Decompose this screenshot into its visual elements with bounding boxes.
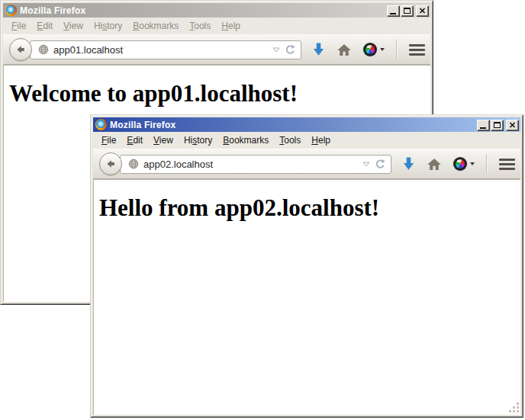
menu-item-label: elp bbox=[318, 135, 330, 146]
globe-icon bbox=[38, 44, 49, 55]
toolbar-separator bbox=[396, 40, 398, 59]
menu-item-help[interactable]: Help bbox=[306, 133, 336, 148]
maximize-icon bbox=[404, 8, 411, 14]
minimize-icon bbox=[480, 127, 486, 129]
menu-item-label: ookmarks bbox=[139, 21, 179, 31]
menu-item-label: H bbox=[221, 21, 228, 31]
back-button[interactable] bbox=[9, 38, 32, 61]
menu-item-label: Hi bbox=[184, 135, 192, 146]
menu-item-label: V bbox=[63, 21, 69, 31]
toolbar-icons bbox=[402, 154, 515, 174]
menu-item-label: iew bbox=[69, 21, 83, 31]
menu-item-bookmarks[interactable]: Bookmarks bbox=[127, 18, 184, 34]
caption-buttons bbox=[477, 120, 518, 130]
home-button[interactable] bbox=[427, 158, 442, 171]
maximize-button[interactable] bbox=[491, 120, 503, 130]
firefox-logo-icon bbox=[95, 119, 107, 130]
menu-caret-icon bbox=[380, 48, 385, 51]
url-bar[interactable]: app02.localhost bbox=[120, 155, 391, 174]
page-heading: Welcome to app01.localhost! bbox=[3, 80, 430, 107]
firefox-window-app02[interactable]: Mozilla Firefox FileEditViewHistoryBookm… bbox=[90, 114, 523, 418]
home-button[interactable] bbox=[337, 43, 352, 56]
menu-item-label: ools bbox=[194, 21, 211, 31]
minimize-button[interactable] bbox=[477, 120, 489, 130]
menu-item-edit[interactable]: Edit bbox=[121, 133, 148, 148]
url-bar[interactable]: app01.localhost bbox=[30, 40, 301, 59]
download-button[interactable] bbox=[402, 157, 415, 171]
menu-item-label: ile bbox=[17, 21, 26, 31]
page-heading: Hello from app02.localhost! bbox=[93, 194, 520, 222]
reload-icon[interactable] bbox=[285, 44, 296, 56]
menu-caret-icon bbox=[470, 162, 475, 165]
hamburger-menu-button[interactable] bbox=[409, 44, 425, 56]
home-icon bbox=[427, 158, 442, 171]
menu-item-history[interactable]: History bbox=[89, 18, 127, 34]
menu-item-label: iew bbox=[159, 135, 173, 146]
navigation-toolbar: app01.localhost bbox=[3, 34, 430, 65]
menu-item-label: tory bbox=[107, 21, 122, 31]
minimize-button[interactable] bbox=[387, 5, 399, 16]
menu-item-label: tory bbox=[197, 135, 212, 146]
page-content-app02: Hello from app02.localhost! bbox=[93, 179, 520, 415]
menu-item-view[interactable]: View bbox=[58, 18, 89, 34]
close-icon bbox=[509, 122, 516, 128]
menu-item-label: H bbox=[311, 135, 318, 146]
titlebar[interactable]: Mozilla Firefox bbox=[3, 3, 430, 18]
hamburger-icon bbox=[409, 44, 425, 46]
download-icon bbox=[312, 43, 325, 56]
caption-buttons bbox=[387, 5, 428, 16]
toolbar-icons bbox=[312, 40, 425, 59]
resize-grip[interactable] bbox=[508, 402, 519, 413]
window-title: Mozilla Firefox bbox=[20, 5, 384, 16]
menu-item-label: V bbox=[153, 135, 159, 146]
close-button[interactable] bbox=[506, 120, 518, 130]
firefox-logo-icon bbox=[5, 5, 17, 16]
lens-icon bbox=[453, 157, 467, 171]
url-text[interactable]: app01.localhost bbox=[53, 44, 268, 56]
menu-item-label: Hi bbox=[94, 21, 102, 31]
urlbar-dropdown-icon[interactable] bbox=[272, 47, 280, 53]
reload-icon[interactable] bbox=[375, 159, 386, 170]
download-icon bbox=[402, 157, 415, 171]
urlbar-dropdown-icon[interactable] bbox=[362, 162, 370, 167]
menu-item-label: ools bbox=[284, 135, 301, 146]
menu-item-tools[interactable]: Tools bbox=[274, 133, 306, 148]
back-button[interactable] bbox=[99, 152, 122, 175]
globe-icon bbox=[128, 159, 139, 169]
navigation-toolbar: app02.localhost bbox=[93, 149, 520, 179]
menu-item-bookmarks[interactable]: Bookmarks bbox=[217, 133, 274, 148]
menu-item-label: ookmarks bbox=[229, 135, 269, 146]
hamburger-menu-button[interactable] bbox=[499, 159, 515, 170]
menu-item-view[interactable]: View bbox=[148, 133, 179, 148]
menu-item-history[interactable]: History bbox=[179, 133, 217, 148]
download-button[interactable] bbox=[312, 43, 325, 56]
toolbar-separator bbox=[486, 154, 488, 174]
menu-item-file[interactable]: File bbox=[96, 133, 121, 148]
lens-menu-button[interactable] bbox=[453, 157, 475, 171]
home-icon bbox=[337, 43, 352, 56]
menu-bar: FileEditViewHistoryBookmarksToolsHelp bbox=[93, 132, 520, 149]
lens-menu-button[interactable] bbox=[363, 43, 385, 56]
window-title: Mozilla Firefox bbox=[110, 120, 474, 130]
menu-item-tools[interactable]: Tools bbox=[184, 18, 216, 34]
close-button[interactable] bbox=[416, 5, 428, 16]
close-icon bbox=[419, 8, 426, 14]
maximize-icon bbox=[494, 122, 501, 128]
url-text[interactable]: app02.localhost bbox=[143, 159, 358, 170]
menu-item-label: dit bbox=[43, 21, 53, 31]
back-arrow-icon bbox=[14, 43, 27, 56]
menu-bar: FileEditViewHistoryBookmarksToolsHelp bbox=[3, 18, 430, 34]
menu-item-edit[interactable]: Edit bbox=[31, 18, 58, 34]
menu-item-label: elp bbox=[228, 21, 240, 31]
menu-item-label: dit bbox=[133, 135, 143, 146]
menu-item-label: ile bbox=[107, 135, 116, 146]
back-arrow-icon bbox=[105, 158, 117, 170]
hamburger-icon bbox=[499, 159, 515, 161]
titlebar[interactable]: Mozilla Firefox bbox=[93, 117, 520, 132]
minimize-icon bbox=[390, 13, 396, 14]
lens-icon bbox=[363, 43, 377, 56]
menu-item-file[interactable]: File bbox=[6, 18, 31, 34]
maximize-button[interactable] bbox=[401, 5, 413, 16]
menu-item-help[interactable]: Help bbox=[216, 18, 246, 34]
